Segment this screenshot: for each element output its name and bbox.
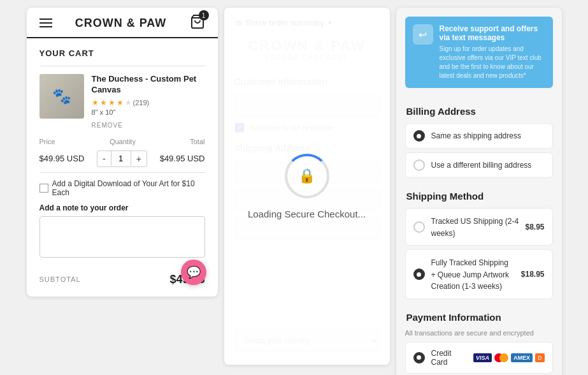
divider-2 <box>39 172 205 173</box>
cart-panel: CROWN & PAW 1 YOUR CART The Duchess - Cu… <box>27 8 218 297</box>
sms-title: Receive support and offers via text mess… <box>440 24 545 42</box>
addon-row[interactable]: Add a Digital Download of Your Art for $… <box>39 179 205 197</box>
cart-count-badge: 1 <box>199 10 209 20</box>
product-image-inner <box>39 74 84 119</box>
mastercard-icon <box>494 353 508 362</box>
message-icon: ↩ <box>419 29 427 41</box>
chat-bubble-button[interactable]: 💬 <box>181 260 206 285</box>
sms-body: Sign up for order updates and exclusive … <box>440 45 545 80</box>
shipping-standard-price: $8.95 <box>525 223 544 232</box>
star-5: ★ <box>125 98 132 107</box>
price-values-row: $49.95 USD - 1 + $49.95 USD <box>39 151 205 167</box>
divider <box>39 66 205 66</box>
star-1: ★ <box>92 98 99 107</box>
shipping-option-info-express: Fully Tracked Shipping + Queue Jump Artw… <box>431 256 515 292</box>
product-rating: ★ ★ ★ ★ ★ (219) <box>92 98 205 107</box>
shipping-method-title: Shipping Method <box>396 182 562 208</box>
quantity-decrease-button[interactable]: - <box>97 151 111 166</box>
quantity-increase-button[interactable]: + <box>131 151 147 166</box>
chat-icon: 💬 <box>187 265 201 279</box>
remove-button[interactable]: REMOVE <box>92 122 123 129</box>
cart-body: YOUR CART The Duchess - Custom Pet Canva… <box>27 38 218 297</box>
note-section-title: Add a note to your order <box>39 203 205 212</box>
payment-section: All transactions are secure and encrypte… <box>396 329 562 375</box>
review-count: (219) <box>133 99 150 107</box>
star-4: ★ <box>117 98 124 107</box>
product-name: The Duchess - Custom Pet Canvas <box>92 74 205 96</box>
cart-title: YOUR CART <box>39 48 205 58</box>
cart-product-row: The Duchess - Custom Pet Canvas ★ ★ ★ ★ … <box>39 74 205 130</box>
price-col-header: Price <box>39 138 55 145</box>
shipping-standard-name: Tracked US Shipping (2-4 weeks) <box>431 217 519 238</box>
hamburger-menu-button[interactable] <box>39 18 52 27</box>
subtotal-label: SUBTOTAL <box>39 276 81 283</box>
sms-icon: ↩ <box>413 24 433 45</box>
billing-shipping-panel: ↩ Receive support and offers via text me… <box>396 8 562 375</box>
sms-banner: ↩ Receive support and offers via text me… <box>405 17 553 88</box>
checkout-panel: 🛍 Show order summary ▾ CROWN & PAW SECUR… <box>224 8 390 365</box>
loading-overlay: 🔒 Loading Secure Checkout... <box>224 8 390 365</box>
billing-same-as-shipping[interactable]: Same as shipping address <box>405 123 553 149</box>
brand-logo: CROWN & PAW <box>75 17 167 30</box>
quantity-col-header: Quantity <box>110 138 136 145</box>
payment-info-title: Payment Information <box>396 303 562 329</box>
cart-button[interactable]: 1 <box>190 14 205 32</box>
shipping-option-standard[interactable]: Tracked US Shipping (2-4 weeks) $8.95 <box>405 208 553 246</box>
billing-different-label: Use a different billing address <box>431 161 532 170</box>
loading-text: Loading Secure Checkout... <box>248 209 366 219</box>
product-size: 8" x 10" <box>92 108 205 116</box>
subtotal-row: SUBTOTAL $49.95 <box>39 268 205 286</box>
shipping-standard-radio[interactable] <box>413 221 425 233</box>
product-price: $49.95 USD <box>39 154 85 163</box>
loading-spinner-wrap: 🔒 <box>285 154 329 198</box>
payment-subtitle: All transactions are secure and encrypte… <box>405 329 553 337</box>
billing-options: Same as shipping address Use a different… <box>396 123 562 178</box>
quantity-control[interactable]: - 1 + <box>97 151 147 167</box>
shipping-options: Tracked US Shipping (2-4 weeks) $8.95 Fu… <box>396 208 562 299</box>
product-total: $49.95 USD <box>160 154 205 163</box>
mc-circle-orange <box>499 353 508 362</box>
billing-different-radio[interactable] <box>413 159 425 171</box>
addon-checkbox[interactable] <box>39 184 48 193</box>
payment-card-icons: VISA AMEX D <box>473 353 545 362</box>
addon-label: Add a Digital Download of Your Art for $… <box>52 179 205 197</box>
discover-icon: D <box>535 353 545 362</box>
star-2: ★ <box>100 98 107 107</box>
amex-icon: AMEX <box>511 353 533 362</box>
sms-content: Receive support and offers via text mess… <box>440 24 545 80</box>
price-headers-row: Price Quantity Total <box>39 138 205 145</box>
shipping-option-express[interactable]: Fully Tracked Shipping + Queue Jump Artw… <box>405 249 553 299</box>
billing-same-label: Same as shipping address <box>431 131 521 140</box>
shipping-express-price: $18.95 <box>521 270 545 279</box>
credit-card-radio[interactable] <box>413 352 425 364</box>
cart-header: CROWN & PAW 1 <box>27 8 218 38</box>
shipping-option-info-standard: Tracked US Shipping (2-4 weeks) <box>431 215 519 239</box>
shipping-express-radio[interactable] <box>413 268 425 280</box>
billing-address-title: Billing Address <box>396 97 562 123</box>
credit-card-option[interactable]: Credit Card VISA AMEX D <box>405 342 553 374</box>
total-col-header: Total <box>190 138 204 145</box>
quantity-value: 1 <box>111 151 131 166</box>
lock-icon: 🔒 <box>298 168 315 184</box>
product-image <box>39 74 84 119</box>
star-3: ★ <box>108 98 115 107</box>
note-textarea[interactable] <box>39 216 205 258</box>
product-info: The Duchess - Custom Pet Canvas ★ ★ ★ ★ … <box>92 74 205 130</box>
billing-different[interactable]: Use a different billing address <box>405 152 553 178</box>
visa-icon: VISA <box>473 353 492 362</box>
billing-same-radio[interactable] <box>413 130 425 142</box>
credit-card-label: Credit Card <box>431 349 467 367</box>
shipping-express-name: Fully Tracked Shipping + Queue Jump Artw… <box>431 258 509 291</box>
